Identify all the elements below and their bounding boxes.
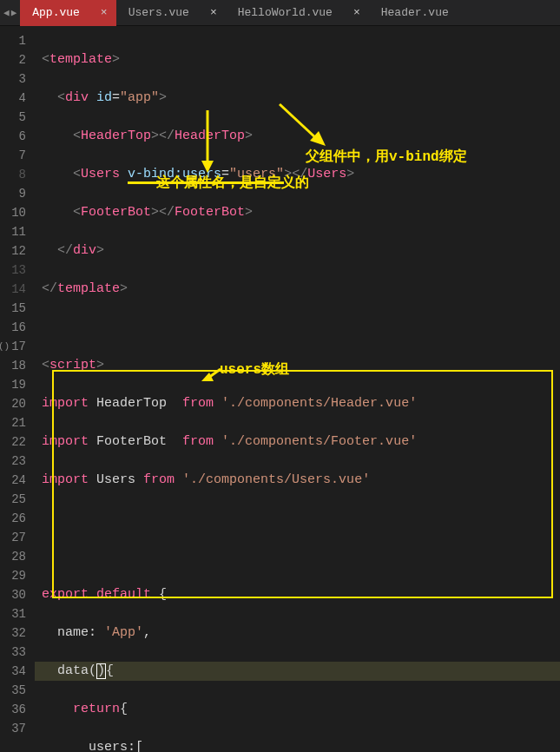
line-number-gutter: 1234 5678 9101112 13141516 17181920 2122… [0, 26, 35, 752]
close-icon[interactable]: × [353, 6, 360, 19]
tab-label: Header.vue [381, 6, 449, 19]
tab-app-vue[interactable]: App.vue × [20, 0, 115, 26]
tab-header-vue[interactable]: Header.vue [369, 0, 458, 26]
tab-label: Users.vue [128, 6, 189, 19]
code-editor[interactable]: 1234 5678 9101112 13141516 17181920 2122… [0, 26, 560, 752]
editor-tabs: ◀ ▶ App.vue × Users.vue × HelloWorld.vue… [0, 0, 560, 26]
tab-helloworld-vue[interactable]: HelloWorld.vue × [226, 0, 369, 26]
close-icon[interactable]: × [101, 6, 108, 19]
chevron-left-icon: ◀ [3, 7, 10, 18]
chevron-right-icon: ▶ [11, 7, 17, 18]
close-icon[interactable]: × [210, 6, 217, 19]
code-content[interactable]: <template> <div id="app"> <HeaderTop></H… [35, 26, 560, 752]
tab-nav-arrows[interactable]: ◀ ▶ [0, 7, 20, 18]
tab-label: HelloWorld.vue [238, 6, 333, 19]
tab-label: App.vue [32, 6, 80, 19]
tab-users-vue[interactable]: Users.vue × [116, 0, 226, 26]
